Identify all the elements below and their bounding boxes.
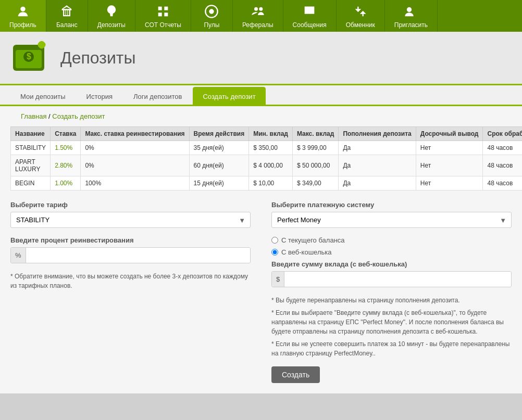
svg-point-8: [407, 7, 412, 12]
source-balance-group: С текущего баланса: [271, 236, 512, 244]
deposit-note: * Обратите внимание, что вы можете созда…: [10, 272, 251, 290]
referrals-icon: [250, 3, 266, 20]
reinvest-group: Введите процент реинвестирования %: [10, 236, 251, 263]
breadcrumb-home[interactable]: Главная: [21, 112, 46, 120]
rate-link[interactable]: 1.50%: [55, 144, 72, 151]
tab-create[interactable]: Создать депозит: [193, 87, 265, 106]
payment-label: Выберите платежную систему: [271, 201, 512, 209]
payment-select-wrapper: Perfect Money Bitcoin Ethereum ▼: [271, 212, 512, 228]
col-rate: Ставка: [51, 127, 81, 141]
info1: * Вы будете перенаправлены на страницу п…: [271, 296, 512, 305]
table-row: APART LUXURY2.80%0%60 дня(ей)$ 4 000,00$…: [11, 155, 523, 176]
amount-input-wrapper: $: [271, 271, 512, 287]
deposits-icon: [103, 3, 120, 20]
reinvest-label: Введите процент реинвестирования: [10, 236, 251, 244]
table-row: STABILITY1.50%0%35 дня(ей)$ 350,00$ 3 99…: [11, 141, 523, 155]
info3: * Если вы не успеете совершить платеж за…: [271, 339, 512, 358]
pools-icon: [203, 3, 220, 20]
profile-icon: [15, 3, 31, 20]
nav-sot-reports[interactable]: СОТ Отчеты: [135, 0, 191, 32]
col-name: Название: [11, 127, 51, 141]
nav-invite[interactable]: Пригласить: [385, 0, 438, 32]
tariff-label: Выберите тариф: [10, 201, 251, 209]
col-processing: Срок обработки запросов на вывод: [483, 127, 522, 141]
deposits-header-icon: $: [10, 37, 52, 79]
form-left: Выберите тариф STABILITY APART LUXURY BE…: [10, 201, 251, 383]
tariff-select-wrapper: STABILITY APART LUXURY BEGIN ▼: [10, 212, 251, 228]
breadcrumb: Главная / Создать депозит: [10, 106, 512, 126]
tariff-select[interactable]: STABILITY APART LUXURY BEGIN: [10, 212, 251, 228]
nav-exchanger[interactable]: Обменник: [337, 0, 385, 32]
svg-point-6: [254, 7, 258, 11]
rate-link[interactable]: 2.80%: [55, 162, 72, 169]
nav-profile[interactable]: Профиль: [0, 0, 46, 32]
plan-table: Название Ставка Макс. ставка реинвестиро…: [10, 126, 522, 190]
amount-label: Введите сумму вклада (с веб-кошелька): [271, 260, 512, 268]
source-balance-label[interactable]: С текущего баланса: [271, 236, 512, 244]
source-balance-radio[interactable]: [271, 237, 278, 244]
svg-rect-1: [158, 7, 162, 10]
balance-icon: [58, 3, 75, 20]
col-refill: Пополнения депозита: [339, 127, 416, 141]
source-wallet-group: С веб-кошелька: [271, 248, 512, 256]
nav-pools[interactable]: Пулы: [191, 0, 233, 32]
create-button[interactable]: Создать: [271, 366, 320, 383]
col-early-withdraw: Досрочный вывод: [416, 127, 483, 141]
form-right: Выберите платежную систему Perfect Money…: [271, 201, 512, 383]
tab-logs[interactable]: Логи депозитов: [123, 87, 192, 106]
table-row: BEGIN1.00%100%15 дня(ей)$ 10,00$ 349,00Д…: [11, 176, 523, 190]
svg-point-7: [259, 7, 263, 11]
payment-select[interactable]: Perfect Money Bitcoin Ethereum: [271, 212, 512, 228]
rate-link[interactable]: 1.00%: [55, 180, 72, 187]
source-wallet-radio[interactable]: [271, 249, 278, 256]
tariff-group: Выберите тариф STABILITY APART LUXURY BE…: [10, 201, 251, 228]
col-duration: Время действия: [189, 127, 249, 141]
col-max-reinvest: Макс. ставка реинвестирования: [81, 127, 189, 141]
svg-point-0: [20, 7, 25, 11]
nav-deposits[interactable]: Депозиты: [88, 0, 135, 32]
svg-rect-3: [158, 12, 162, 16]
top-navigation: Профиль Баланс Депозиты СОТ Отчеты Пулы …: [0, 0, 522, 32]
nav-messages[interactable]: Сообщения: [283, 0, 337, 32]
tabs-bar: Мои депозиты История Логи депозитов Созд…: [0, 85, 522, 106]
tab-history[interactable]: История: [77, 87, 122, 106]
payment-group: Выберите платежную систему Perfect Money…: [271, 201, 512, 228]
amount-input[interactable]: [284, 272, 511, 287]
nav-referrals[interactable]: Рефералы: [233, 0, 283, 32]
breadcrumb-current[interactable]: Создать депозит: [52, 112, 105, 120]
form-section: Выберите тариф STABILITY APART LUXURY BE…: [10, 201, 512, 383]
reinvest-input-wrapper: %: [10, 247, 251, 263]
col-min-deposit: Мин. вклад: [249, 127, 293, 141]
page-title: Депозиты: [60, 48, 135, 68]
col-max-deposit: Макс. вклад: [292, 127, 338, 141]
info2: * Если вы выбираете "Введите сумму вклад…: [271, 308, 512, 336]
messages-icon: [301, 3, 318, 20]
svg-rect-2: [164, 7, 168, 10]
reinvest-input[interactable]: [26, 248, 250, 263]
svg-text:$: $: [27, 52, 31, 61]
sot-reports-icon: [155, 3, 171, 20]
svg-rect-4: [164, 12, 168, 16]
nav-balance[interactable]: Баланс: [46, 0, 88, 32]
amount-group: Введите сумму вклада (с веб-кошелька) $: [271, 260, 512, 287]
svg-point-5: [209, 9, 214, 14]
header-banner: $ Депозиты: [0, 32, 522, 85]
main-content: Главная / Создать депозит Название Ставк…: [0, 106, 522, 393]
source-wallet-label[interactable]: С веб-кошелька: [271, 248, 512, 256]
tab-my-deposits[interactable]: Мои депозиты: [10, 87, 76, 106]
invite-icon: [403, 3, 419, 20]
amount-prefix: $: [272, 272, 284, 287]
exchanger-icon: [352, 3, 369, 20]
reinvest-prefix: %: [11, 248, 26, 263]
